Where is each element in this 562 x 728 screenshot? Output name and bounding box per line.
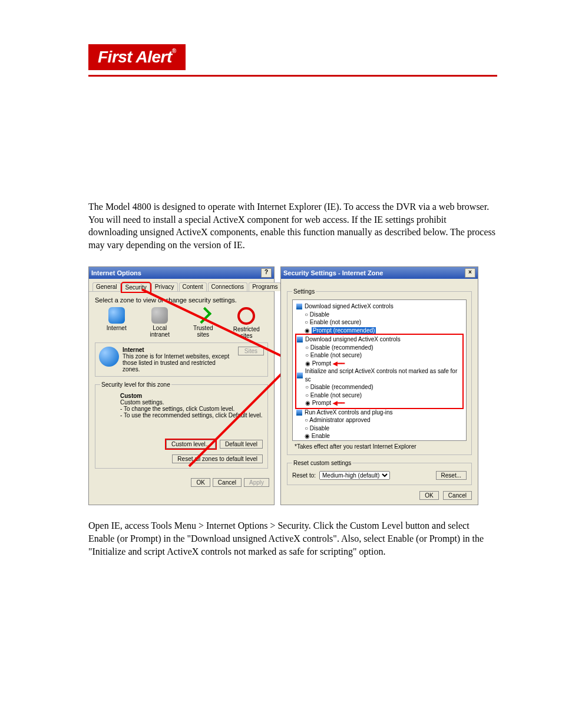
tab-privacy[interactable]: Privacy	[151, 282, 178, 291]
radio-disable[interactable]: Disable (recommended)	[305, 383, 462, 391]
custom-desc: Custom settings.	[120, 399, 263, 406]
dialog-figures: Internet Options ? General Security Priv…	[88, 266, 497, 505]
activex-icon	[297, 337, 303, 342]
radio-enable[interactable]: Enable	[305, 432, 462, 440]
dialog-title: Internet Options	[91, 269, 141, 276]
zone-title: Internet	[123, 347, 234, 353]
ok-button[interactable]: OK	[191, 478, 210, 487]
group-label: Download signed ActiveX controls	[305, 302, 394, 311]
apply-button[interactable]: Apply	[244, 478, 269, 487]
zone-description: This zone is for Internet websites, exce…	[123, 353, 234, 373]
red-rule	[88, 75, 497, 77]
radio-enable[interactable]: Enable (not secure)	[305, 318, 462, 327]
sites-button[interactable]: Sites	[238, 347, 264, 355]
cancel-button[interactable]: Cancel	[213, 478, 242, 487]
intranet-icon	[151, 307, 168, 324]
group-label: Initialize and script ActiveX controls n…	[305, 367, 462, 383]
help-icon[interactable]: ?	[261, 268, 272, 278]
titlebar-left: Internet Options ?	[89, 267, 274, 279]
radio-admin[interactable]: Administrator approved	[305, 416, 462, 424]
group-label: Run ActiveX controls and plug-ins	[305, 409, 393, 417]
settings-listbox[interactable]: Download signed ActiveX controls Disable…	[292, 299, 467, 441]
instructions-paragraph: Open IE, access Tools Menu > Internet Op…	[88, 519, 497, 558]
titlebar-right: Security Settings - Internet Zone ×	[281, 267, 478, 279]
tab-programs[interactable]: Programs	[249, 282, 281, 291]
group-label: Download unsigned ActiveX controls	[305, 335, 401, 344]
dialog-title: Security Settings - Internet Zone	[283, 269, 383, 276]
globe-icon	[99, 347, 119, 367]
intro-paragraph: The Model 4800 is designed to operate wi…	[88, 200, 497, 251]
zone-intranet[interactable]: Local intranet	[143, 307, 176, 339]
security-settings-dialog: Security Settings - Internet Zone × Sett…	[280, 266, 478, 505]
radio-prompt[interactable]: Prompt	[305, 400, 331, 406]
custom-title: Custom	[120, 393, 263, 399]
arrow-icon: ◀━━	[333, 400, 345, 406]
activex-icon	[296, 304, 302, 309]
radio-disable[interactable]: Disable	[305, 424, 462, 433]
radio-disable[interactable]: Disable (recommended)	[305, 344, 462, 352]
activex-icon	[296, 410, 302, 416]
radio-enable[interactable]: Enable (not secure)	[305, 351, 462, 360]
globe-icon	[108, 307, 125, 324]
close-icon[interactable]: ×	[465, 268, 475, 278]
tab-general[interactable]: General	[92, 282, 121, 291]
radio-prompt[interactable]: Prompt (recommended)	[305, 327, 462, 335]
radio-prompt[interactable]: Prompt	[305, 360, 331, 367]
tab-content[interactable]: Content	[179, 282, 207, 291]
reset-button[interactable]: Reset...	[436, 471, 467, 480]
restart-note: *Takes effect after you restart Internet…	[295, 443, 467, 450]
zone-internet[interactable]: Internet	[100, 307, 133, 339]
default-level-button[interactable]: Default level	[220, 440, 263, 449]
arrow-icon: ◀━━	[333, 360, 345, 367]
radio-enable[interactable]: Enable (not secure)	[305, 391, 462, 400]
ok-button[interactable]: OK	[419, 491, 438, 500]
reset-zones-button[interactable]: Reset all zones to default level	[172, 454, 263, 463]
reset-to-label: Reset to:	[292, 472, 316, 479]
cancel-button[interactable]: Cancel	[443, 491, 472, 500]
restricted-icon	[237, 307, 255, 325]
security-level-legend: Security level for this zone	[100, 381, 171, 388]
activex-icon	[297, 373, 303, 378]
reset-level-select[interactable]: Medium-high (default)	[319, 471, 390, 480]
radio-disable[interactable]: Disable	[305, 311, 462, 319]
tab-strip: General Security Privacy Content Connect…	[89, 279, 274, 292]
tab-connections[interactable]: Connections	[208, 282, 248, 291]
reset-legend: Reset custom settings	[292, 460, 352, 466]
internet-options-dialog: Internet Options ? General Security Priv…	[88, 266, 275, 505]
settings-legend: Settings	[292, 288, 316, 295]
zone-instruction: Select a zone to view or change security…	[95, 297, 268, 304]
brand-logo: First Alert®	[88, 44, 186, 70]
